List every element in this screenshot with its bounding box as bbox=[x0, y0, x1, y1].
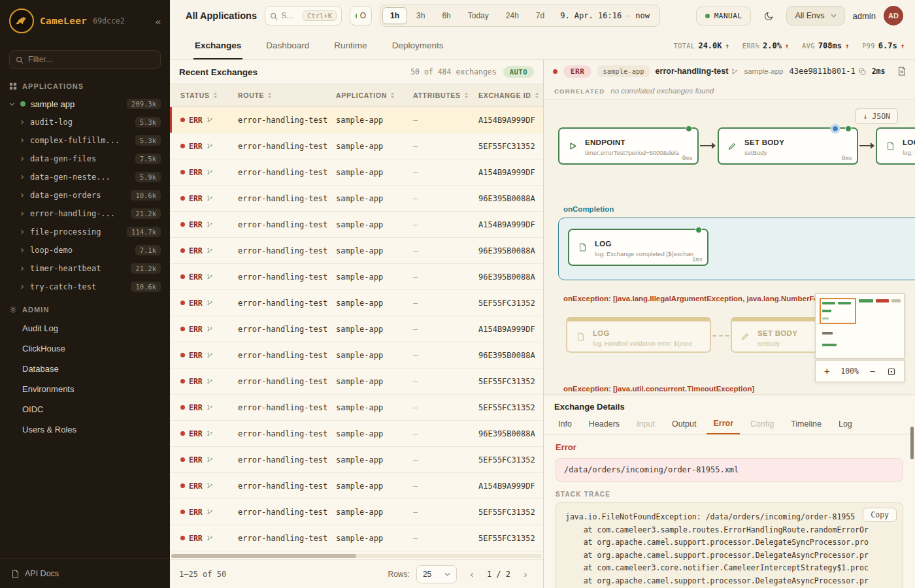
zoom-out-button[interactable]: − bbox=[869, 366, 876, 376]
stack-trace-block: Copy java.io.FileNotFoundException: /dat… bbox=[556, 502, 903, 588]
sidebar-admin-clickhouse[interactable]: ClickHouse bbox=[0, 338, 170, 359]
sidebar-collapse-button[interactable]: « bbox=[156, 16, 161, 27]
column-header-exchange-id[interactable]: EXCHANGE ID bbox=[478, 91, 543, 99]
column-header-application[interactable]: APPLICATION bbox=[336, 91, 413, 99]
rows-per-page-select[interactable]: 25 bbox=[416, 565, 457, 583]
exchange-row[interactable]: ERRerror-handling-testsample-app—A154B9A… bbox=[170, 316, 543, 342]
exchange-row[interactable]: ERRerror-handling-testsample-app—96E395B… bbox=[170, 342, 543, 368]
view-log-icon[interactable] bbox=[898, 67, 906, 76]
chevron-right-icon bbox=[20, 120, 25, 125]
sidebar-route-complex-fulfillm[interactable]: complex-fulfillm...5.3k bbox=[0, 131, 170, 150]
time-range-6h[interactable]: 6h bbox=[434, 7, 458, 24]
sidebar-route-error-handling[interactable]: error-handling-...21.2k bbox=[0, 204, 170, 223]
document-icon bbox=[575, 243, 590, 252]
exchange-row[interactable]: ERRerror-handling-testsample-app—A154B9A… bbox=[170, 159, 543, 186]
live-status-pill[interactable]: O bbox=[350, 6, 372, 25]
exchange-row[interactable]: ERRerror-handling-testsample-app—5EF55FC… bbox=[170, 368, 543, 395]
exchange-row[interactable]: ERRerror-handling-testsample-app—5EF55FC… bbox=[170, 395, 543, 421]
details-tab-timeline[interactable]: Timeline bbox=[784, 415, 828, 434]
sidebar-route-data-gen-orders[interactable]: data-gen-orders10.6k bbox=[0, 186, 170, 204]
details-tabs: InfoHeadersInputOutputErrorConfigTimelin… bbox=[544, 415, 915, 434]
exchange-row[interactable]: ERRerror-handling-testsample-app—5EF55FC… bbox=[170, 499, 543, 525]
sidebar-route-audit-log[interactable]: audit-log5.3k bbox=[0, 113, 170, 131]
column-header-route[interactable]: ROUTE bbox=[238, 91, 336, 99]
sidebar-route-data-gen-neste[interactable]: data-gen-neste...5.9k bbox=[0, 168, 170, 186]
prev-page-button[interactable]: ‹ bbox=[463, 566, 480, 583]
auto-refresh-badge[interactable]: AUTO bbox=[503, 66, 534, 78]
user-avatar[interactable]: AD bbox=[884, 6, 903, 25]
copy-icon[interactable] bbox=[859, 68, 866, 75]
online-dot bbox=[356, 14, 357, 18]
route-cell: error-handling-test bbox=[238, 377, 336, 386]
exchange-row[interactable]: ERRerror-handling-testsample-app—5EF55FC… bbox=[170, 525, 543, 551]
scrollbar-thumb[interactable] bbox=[171, 554, 356, 558]
flow-minimap[interactable] bbox=[815, 293, 905, 359]
environment-select[interactable]: All Envs bbox=[786, 6, 844, 25]
sidebar-admin-oidc[interactable]: OIDC bbox=[0, 399, 170, 419]
exchange-row[interactable]: ERRerror-handling-testsample-app—5EF55FC… bbox=[170, 133, 543, 159]
column-header-status[interactable]: STATUS bbox=[180, 91, 238, 99]
exchange-row[interactable]: ERRerror-handling-testsample-app—96E395B… bbox=[170, 238, 543, 264]
column-header-attributes[interactable]: ATTRIBUTES bbox=[413, 91, 478, 99]
sidebar-app-sample-app[interactable]: sample app 209.3k bbox=[0, 95, 170, 113]
exchange-row[interactable]: ERRerror-handling-testsample-app—96E395B… bbox=[170, 186, 543, 212]
tab-deployments[interactable]: Deployments bbox=[391, 31, 445, 59]
exchange-row[interactable]: ERRerror-handling-testsample-app—A154B9A… bbox=[170, 212, 543, 238]
sidebar-route-loop-demo[interactable]: loop-demo7.1k bbox=[0, 241, 170, 259]
time-range-3h[interactable]: 3h bbox=[408, 7, 433, 24]
details-tab-output[interactable]: Output bbox=[665, 415, 703, 434]
flow-node-completion-log[interactable]: LOGlog: Exchange completed [${exchan 1ms bbox=[568, 229, 708, 266]
sidebar-admin-users-roles[interactable]: Users & Roles bbox=[0, 419, 170, 440]
route-flow-canvas[interactable]: ↓ JSON ENDPOINTtimer:errorTest?period=50… bbox=[544, 99, 915, 395]
route-cell: error-handling-test bbox=[238, 351, 336, 360]
exchange-row[interactable]: ERRerror-handling-testsample-app—A154B9A… bbox=[170, 473, 543, 499]
sidebar-admin-environments[interactable]: Environments bbox=[0, 379, 170, 399]
flow-node-setbody[interactable]: SET BODYsetBody 0ms bbox=[718, 127, 858, 165]
sidebar-route-file-processing[interactable]: file-processing114.7k bbox=[0, 223, 170, 241]
next-page-button[interactable]: › bbox=[517, 566, 534, 583]
time-range-7d[interactable]: 7d bbox=[528, 7, 552, 24]
api-docs-link[interactable]: API Docs bbox=[0, 558, 170, 588]
flow-node-exception-log[interactable]: LOGlog: Handled validation error: ${exce bbox=[566, 317, 711, 353]
details-tab-headers[interactable]: Headers bbox=[582, 415, 626, 434]
sidebar-route-try-catch-test[interactable]: try-catch-test10.6k bbox=[0, 278, 170, 296]
exchange-row[interactable]: ERRerror-handling-testsample-app—96E395B… bbox=[170, 421, 543, 447]
search-shortcut-kbd: Ctrl+K bbox=[303, 10, 337, 21]
zoom-in-button[interactable]: + bbox=[823, 366, 831, 376]
tab-runtime[interactable]: Runtime bbox=[333, 31, 368, 59]
filter-input[interactable] bbox=[28, 55, 139, 64]
exchange-row[interactable]: ERRerror-handling-testsample-app—5EF55FC… bbox=[170, 290, 543, 316]
details-tab-info[interactable]: Info bbox=[552, 415, 578, 434]
exchange-row[interactable]: ERRerror-handling-testsample-app—96E395B… bbox=[170, 264, 543, 290]
sidebar-admin-audit-log[interactable]: Audit Log bbox=[0, 318, 170, 338]
horizontal-scrollbar[interactable] bbox=[170, 553, 543, 559]
document-icon bbox=[12, 568, 19, 578]
time-range-1h[interactable]: 1h bbox=[382, 7, 407, 24]
date-range[interactable]: 9. Apr. 16:16 — now bbox=[552, 11, 657, 20]
attributes-cell: — bbox=[413, 403, 478, 412]
global-search[interactable]: Ctrl+K bbox=[265, 6, 342, 25]
exchange-row[interactable]: ERRerror-handling-testsample-app—A154B9A… bbox=[170, 107, 543, 133]
tab-exchanges[interactable]: Exchanges bbox=[193, 31, 242, 59]
details-tab-error[interactable]: Error bbox=[707, 415, 740, 434]
sidebar-route-timer-heartbeat[interactable]: timer-heartbeat21.2k bbox=[0, 259, 170, 278]
status-cell: ERR bbox=[180, 403, 238, 412]
time-range-24h[interactable]: 24h bbox=[498, 7, 527, 24]
dark-mode-toggle[interactable] bbox=[759, 6, 778, 25]
details-tab-log[interactable]: Log bbox=[832, 415, 859, 434]
manual-refresh-button[interactable]: MANUAL bbox=[696, 7, 752, 25]
sidebar-filter[interactable] bbox=[9, 50, 161, 69]
tab-dashboard[interactable]: Dashboard bbox=[265, 31, 310, 59]
route-name[interactable]: error-handling-test bbox=[656, 67, 739, 76]
sidebar-route-data-gen-files[interactable]: data-gen-files7.5k bbox=[0, 150, 170, 168]
time-range-today[interactable]: Today bbox=[460, 7, 497, 24]
download-json-button[interactable]: ↓ JSON bbox=[855, 108, 898, 124]
zoom-fit-button[interactable] bbox=[886, 366, 897, 376]
vertical-scrollbar-thumb[interactable] bbox=[910, 427, 914, 459]
flow-node-endpoint[interactable]: ENDPOINTtimer:errorTest?period=5000&dela… bbox=[558, 127, 699, 165]
copy-stack-button[interactable]: Copy bbox=[863, 508, 897, 522]
exchange-row[interactable]: ERRerror-handling-testsample-app—5EF55FC… bbox=[170, 447, 543, 473]
flow-node-log[interactable]: LOGlog: Sta bbox=[876, 127, 915, 165]
sidebar-admin-database[interactable]: Database bbox=[0, 359, 170, 379]
search-input[interactable] bbox=[281, 11, 299, 20]
